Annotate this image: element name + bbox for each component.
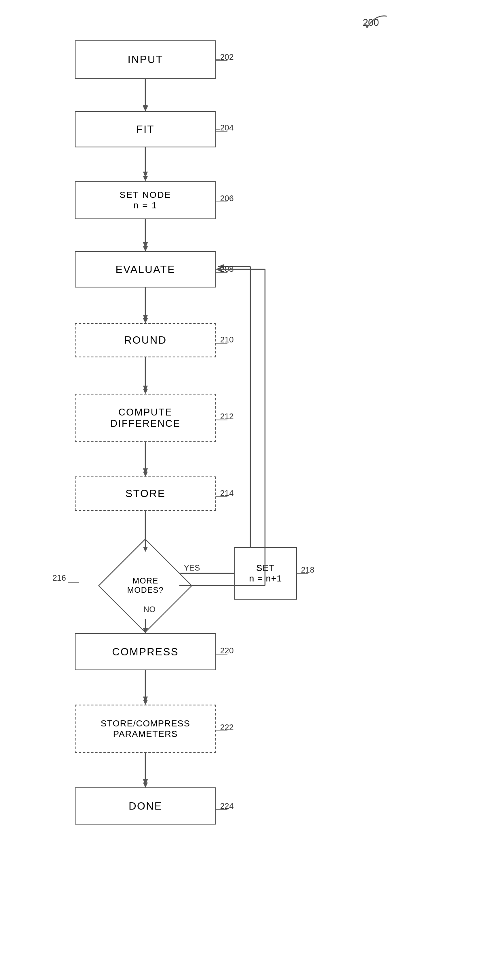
store-node: STORE bbox=[75, 476, 216, 511]
svg-marker-8 bbox=[143, 315, 148, 321]
more-modes-diamond bbox=[98, 539, 192, 633]
evaluate-node: EVALUATE bbox=[75, 251, 216, 287]
more-modes-ref: 216 bbox=[53, 573, 66, 583]
set-node-node: SET NODE n = 1 bbox=[75, 181, 216, 219]
svg-marker-22 bbox=[143, 697, 148, 703]
compute-diff-node: COMPUTE DIFFERENCE bbox=[75, 394, 216, 442]
input-node: INPUT bbox=[75, 40, 216, 79]
svg-marker-6 bbox=[143, 242, 148, 248]
done-node: DONE bbox=[75, 787, 216, 825]
svg-marker-4 bbox=[143, 172, 148, 178]
no-label: NO bbox=[143, 605, 156, 614]
store-compress-node: STORE/COMPRESS PARAMETERS bbox=[75, 705, 216, 753]
round-node: ROUND bbox=[75, 323, 216, 357]
svg-marker-2 bbox=[143, 105, 148, 111]
set-n-node: SET n = n+1 bbox=[234, 547, 297, 600]
compress-node: COMPRESS bbox=[75, 633, 216, 670]
yes-label: YES bbox=[184, 563, 200, 573]
svg-marker-12 bbox=[143, 468, 148, 474]
svg-marker-24 bbox=[143, 779, 148, 785]
fit-node: FIT bbox=[75, 111, 216, 147]
svg-marker-10 bbox=[143, 386, 148, 392]
